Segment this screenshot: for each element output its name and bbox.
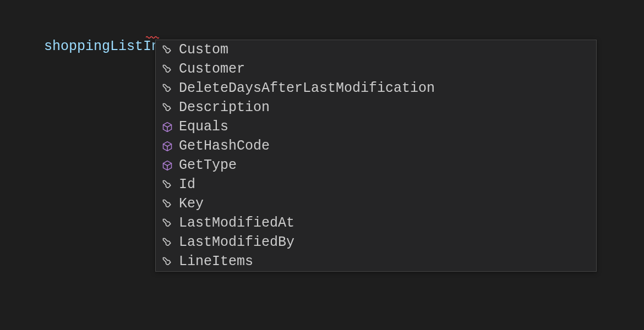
intellisense-label: Description [179,101,270,114]
wrench-icon [161,237,173,249]
intellisense-label: LineItems [179,255,253,268]
wrench-icon [161,198,173,210]
intellisense-label: Key [179,197,204,211]
wrench-icon [161,82,173,95]
intellisense-label: GetHashCode [179,139,270,153]
intellisense-item[interactable]: GetType [156,156,596,175]
intellisense-item[interactable]: Id [156,175,596,194]
cube-icon [161,140,173,152]
wrench-icon [161,63,173,75]
cube-icon [161,160,173,172]
intellisense-label: DeleteDaysAfterLastModification [179,81,435,95]
wrench-icon [161,179,173,191]
intellisense-label: Equals [179,120,228,134]
wrench-icon [161,256,173,268]
intellisense-item[interactable]: Custom [156,40,596,59]
intellisense-item[interactable]: Customer [156,59,596,79]
intellisense-label: Id [179,178,195,191]
intellisense-item[interactable]: GetHashCode [156,136,596,156]
wrench-icon [161,44,173,56]
wrench-icon [161,102,173,114]
code-editor[interactable]: shoppingListInfo. Custom Customer [0,0,644,330]
intellisense-item[interactable]: DeleteDaysAfterLastModification [156,79,596,98]
intellisense-item[interactable]: Equals [156,117,596,136]
intellisense-item[interactable]: LastModifiedBy [156,233,596,252]
intellisense-item[interactable]: Description [156,98,596,117]
intellisense-label: LastModifiedBy [179,235,294,249]
intellisense-item[interactable]: LastModifiedAt [156,213,596,233]
intellisense-label: Custom [179,43,228,57]
intellisense-item[interactable]: Key [156,194,596,213]
intellisense-label: Customer [179,62,245,76]
intellisense-popup[interactable]: Custom Customer DeleteDaysAfterLastModif… [155,40,597,272]
wrench-icon [161,217,173,229]
intellisense-label: LastModifiedAt [179,216,294,230]
intellisense-item[interactable]: LineItems [156,252,596,271]
cube-icon [161,121,173,133]
intellisense-label: GetType [179,158,237,172]
